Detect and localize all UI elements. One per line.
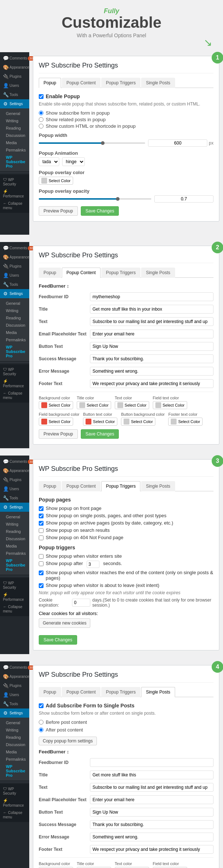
sidebar-item-tools[interactable]: 🔧 Tools [0,493,29,503]
field-input-7[interactable] [90,845,213,854]
sidebar-sub-item-writing[interactable]: Writing [0,521,29,528]
tab-popup-triggers[interactable]: Popup Triggers [101,78,140,88]
sidebar-item-settings[interactable]: ⚙ Settings [0,503,29,512]
sidebar-item-users[interactable]: 👤 Users [0,271,29,280]
color-select-btn-4[interactable]: Select Color [39,418,73,426]
sidebar-sub-item-wp-subscribe-pro[interactable]: WP Subscribe Pro [0,154,29,170]
sidebar-sub-item-general[interactable]: General [0,110,29,117]
sidebar-sub-item-discussion[interactable]: Discussion [0,741,29,748]
trigger-delay-input[interactable] [87,561,99,568]
sidebar-sub-item-media[interactable]: Media [0,748,29,756]
field-input-7[interactable] [90,379,213,388]
sidebar-bottom-collapse-menu[interactable]: ← Collapse menu [0,389,29,401]
sidebar-sub-item-general[interactable]: General [0,513,29,521]
color-select-btn-0[interactable]: Select Color [39,401,73,409]
field-input-1[interactable] [90,771,213,779]
sidebar-bottom-wp-security[interactable]: 🛡 WP Security [0,579,29,591]
trigger-checkbox-2[interactable] [39,571,44,575]
sidebar-sub-item-permalinks[interactable]: Permalinks [0,550,29,557]
position-radio-input-1[interactable] [39,727,44,732]
save-changes-button-2[interactable]: Save Changes [81,429,119,439]
sidebar-sub-item-discussion[interactable]: Discussion [0,322,29,329]
sidebar-sub-item-reading[interactable]: Reading [0,314,29,322]
sidebar-bottom-performance[interactable]: ⚡ Performance [0,377,29,389]
color-select-btn-1[interactable]: Select Color [77,401,111,409]
sidebar-sub-item-wp-subscribe-pro[interactable]: WP Subscribe Pro [0,343,29,360]
sidebar-item-tools[interactable]: 🔧 Tools [0,90,29,99]
trigger-checkbox-0[interactable] [39,554,44,559]
field-input-2[interactable] [90,783,213,792]
sidebar-item-appearance[interactable]: 🎨 Appearance [0,253,29,262]
sidebar-item-settings[interactable]: ⚙ Settings [0,99,29,108]
page-checkbox-3[interactable] [39,528,44,533]
sidebar-bottom-collapse-menu[interactable]: ← Collapse menu [0,809,29,821]
tab-popup-triggers[interactable]: Popup Triggers [101,268,140,278]
tab-popup-triggers[interactable]: Popup Triggers [101,687,140,697]
sidebar-sub-item-permalinks[interactable]: Permalinks [0,146,29,154]
field-input-0[interactable] [90,758,213,767]
color-select-btn-3[interactable]: Select Color [153,401,187,409]
color-select-btn-2[interactable]: Select Color [115,401,149,409]
page-checkbox-0[interactable] [39,506,44,511]
field-input-3[interactable] [90,795,213,804]
tab-popup-content[interactable]: Popup Content [62,687,101,697]
popup-width-input[interactable] [148,139,207,147]
animation-select-1[interactable]: tada [39,157,59,166]
sidebar-sub-item-reading[interactable]: Reading [0,734,29,741]
tab-popup-content[interactable]: Popup Content [62,78,101,88]
field-input-5[interactable] [90,354,213,363]
radio-input-1[interactable] [39,117,44,122]
color-select-btn-6[interactable]: Select Color [121,418,155,426]
trigger-checkbox-3[interactable] [39,583,44,588]
sidebar-bottom-collapse-menu[interactable]: ← Collapse menu [0,603,29,615]
sidebar-sub-item-reading[interactable]: Reading [0,124,29,132]
slider-thumb-width[interactable] [101,141,105,145]
sidebar-sub-item-writing[interactable]: Writing [0,726,29,734]
color-select-btn-5[interactable]: Select Color [83,418,117,426]
sidebar-sub-item-reading[interactable]: Reading [0,528,29,535]
sidebar-bottom-performance[interactable]: ⚡ Performance [0,591,29,603]
sidebar-item-tools[interactable]: 🔧 Tools [0,280,29,289]
sidebar-bottom-performance[interactable]: ⚡ Performance [0,188,29,200]
enable-checkbox[interactable] [39,94,44,99]
sidebar-sub-item-media[interactable]: Media [0,329,29,336]
sidebar-sub-item-media[interactable]: Media [0,542,29,550]
sidebar-item-plugins[interactable]: 🔌 Plugins [0,681,29,690]
tab-popup-content[interactable]: Popup Content [62,268,101,278]
sidebar-sub-item-discussion[interactable]: Discussion [0,535,29,542]
sidebar-item-appearance[interactable]: 🎨 Appearance [0,63,29,72]
tab-single-posts[interactable]: Single Posts [141,268,175,278]
slider-track-opacity[interactable] [39,198,151,200]
page-checkbox-4[interactable] [39,535,44,540]
tab-popup[interactable]: Popup [39,78,61,88]
tab-single-posts[interactable]: Single Posts [141,687,175,697]
sidebar-item-plugins[interactable]: 🔌 Plugins [0,72,29,81]
field-input-0[interactable] [90,292,213,301]
field-input-1[interactable] [90,305,213,314]
animation-select-2[interactable]: hinge [62,157,85,166]
overlay-opacity-input[interactable] [154,195,213,203]
radio-input-2[interactable] [39,124,44,128]
tab-single-posts[interactable]: Single Posts [141,481,175,491]
sidebar-sub-item-general[interactable]: General [0,719,29,726]
page-checkbox-1[interactable] [39,514,44,518]
copy-settings-button[interactable]: Copy popup form settings [39,737,97,745]
sidebar-item-settings[interactable]: ⚙ Settings [0,708,29,718]
sidebar-bottom-wp-security[interactable]: 🛡 WP Security [0,366,29,377]
sidebar-item-comments[interactable]: 💬 Comments 30 [0,54,29,63]
field-input-6[interactable] [90,833,213,841]
sidebar-sub-item-writing[interactable]: Writing [0,117,29,124]
sidebar-item-comments[interactable]: 💬 Comments 30 [0,243,29,253]
slider-track-width[interactable] [39,142,145,144]
sidebar-bottom-performance[interactable]: ⚡ Performance [0,797,29,809]
sidebar-item-plugins[interactable]: 🔌 Plugins [0,475,29,484]
sidebar-item-appearance[interactable]: 🎨 Appearance [0,466,29,475]
sidebar-sub-item-writing[interactable]: Writing [0,307,29,314]
cookie-days-input[interactable] [72,599,90,607]
enable-checkbox-4[interactable] [39,703,44,708]
sidebar-item-comments[interactable]: 💬 Comments 30 [0,457,29,466]
sidebar-item-users[interactable]: 👤 Users [0,484,29,493]
radio-input-0[interactable] [39,111,44,115]
field-input-3[interactable] [90,330,213,338]
sidebar-sub-item-discussion[interactable]: Discussion [0,132,29,139]
